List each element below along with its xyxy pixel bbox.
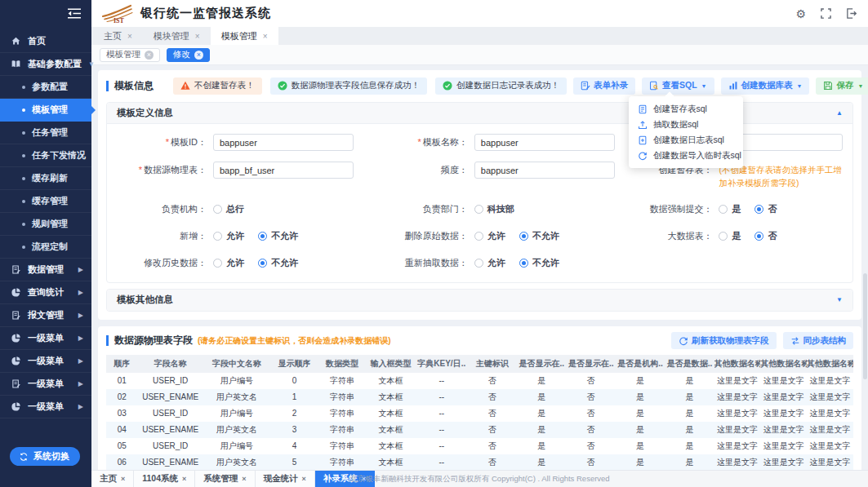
close-circle-icon[interactable]: ×	[194, 51, 203, 60]
sidebar-item-流程定制[interactable]: 流程定制	[0, 236, 91, 259]
column-header: 显示顺序	[270, 355, 318, 373]
radio-option[interactable]: 是	[719, 203, 741, 215]
频度-input[interactable]	[474, 162, 615, 179]
menu-item-创建数据日志表sql[interactable]: 创建数据日志表sql	[629, 132, 743, 148]
模板ID-input[interactable]	[213, 134, 354, 151]
menu-item-创建数据导入临时表sql[interactable]: 创建数据导入临时表sql	[629, 148, 743, 163]
sidebar-item-模板管理[interactable]: 模板管理	[0, 99, 91, 122]
tab-模板管理[interactable]: 模板管理×	[211, 27, 278, 45]
tab-主页[interactable]: 主页×	[93, 27, 143, 45]
table-cell: 2	[270, 405, 318, 422]
close-icon[interactable]: ×	[182, 475, 186, 483]
table-cell: --	[416, 373, 468, 389]
保存-button[interactable]: 保存▼	[816, 77, 868, 95]
radio-option[interactable]: 否	[754, 203, 777, 215]
sidebar-item-规则管理[interactable]: 规则管理	[0, 213, 91, 236]
刷新获取物理表字段-button[interactable]: 刷新获取物理表字段	[671, 332, 777, 349]
tab-模块管理[interactable]: 模块管理×	[143, 27, 211, 45]
table-cell: 是	[616, 422, 665, 438]
section-header-other[interactable]: 模板其他信息 ▼	[107, 290, 852, 311]
breadcrumb-chip-模板管理[interactable]: 模板管理×	[100, 48, 160, 62]
radio-option[interactable]: 是	[719, 230, 741, 242]
table-row[interactable]: 02USER_ENAME用户英文名1字符串文本框--否是否是是这里是文字这里是文…	[106, 389, 853, 405]
table-cell: 用户英文名	[203, 389, 270, 405]
table-cell: 字符串	[318, 405, 367, 422]
vertical-scrollbar[interactable]	[863, 273, 867, 379]
close-icon[interactable]: ×	[302, 475, 306, 483]
sidebar-item-缓存管理[interactable]: 缓存管理	[0, 190, 91, 213]
sidebar-item-一级菜单[interactable]: 一级菜单▶	[0, 396, 91, 418]
close-icon[interactable]: ×	[121, 475, 125, 483]
sidebar-item-查询统计[interactable]: 查询统计▶	[0, 281, 91, 304]
sidebar-item-参数配置[interactable]: 参数配置	[0, 76, 91, 99]
bottom-tab-1104系统[interactable]: 1104系统×	[134, 471, 195, 487]
refresh-icon	[679, 336, 688, 346]
fullscreen-icon[interactable]	[820, 8, 831, 20]
sidebar-item-基础参数配置[interactable]: 基础参数配置▼	[0, 53, 91, 76]
table-cell: 这里是文字	[807, 422, 853, 438]
close-circle-icon[interactable]: ×	[145, 51, 154, 60]
radio-option[interactable]: 总行	[213, 203, 244, 215]
radio-option[interactable]: 允许	[213, 230, 244, 242]
sidebar-item-报文管理[interactable]: 报文管理▶	[0, 304, 91, 327]
模板名称-input[interactable]	[474, 134, 615, 151]
table-row[interactable]: 04USER_ENAME用户英文名3字符串文本框--否是否是是这里是文字这里是文…	[106, 422, 853, 438]
bottom-tab-主页[interactable]: 主页×	[91, 471, 134, 487]
radio-option[interactable]: 不允许	[258, 230, 298, 242]
sidebar-item-一级菜单[interactable]: 一级菜单▶	[0, 373, 91, 396]
template-info-panel: 模板信息 不创建暂存表！数据源物理表字段信息保存成功！创建数据日志记录表成功！ …	[98, 70, 861, 320]
field-label: 新增：	[110, 228, 207, 242]
sidebar-item-任务管理[interactable]: 任务管理	[0, 122, 91, 144]
alert-success: 数据源物理表字段信息保存成功！	[270, 77, 428, 95]
radio-option[interactable]: 不允许	[519, 230, 559, 242]
sync-arrows-icon	[790, 336, 800, 346]
close-icon[interactable]: ×	[242, 475, 246, 483]
查看SQL-button[interactable]: 查看SQL▼	[642, 77, 714, 95]
settings-gear-icon[interactable]: ⚙	[795, 8, 806, 20]
close-icon[interactable]: ×	[195, 32, 200, 41]
radio-option[interactable]: 否	[754, 230, 777, 242]
topbar-icons: ⚙	[795, 8, 857, 20]
field-label: 模板ID：	[110, 134, 207, 148]
sidebar-item-数据管理[interactable]: 数据管理▶	[0, 259, 91, 281]
form-field-新增: 新增：允许不允许	[110, 228, 376, 244]
radio-option[interactable]: 允许	[213, 257, 244, 269]
table-cell: 1	[270, 389, 318, 405]
radio-option[interactable]: 不允许	[519, 257, 559, 269]
数据源物理表-input[interactable]	[213, 162, 354, 179]
radio-option[interactable]: 允许	[474, 257, 505, 269]
table-row[interactable]: 06USER_ENAME用户英文名5字符串文本框--否是否是是这里是文字这里是文…	[106, 454, 853, 470]
创建数据库表-button[interactable]: 创建数据库表▼	[721, 77, 810, 95]
同步表结构-button[interactable]: 同步表结构	[783, 332, 854, 349]
sidebar-item-一级菜单[interactable]: 一级菜单▶	[0, 327, 91, 350]
menu-item-抽取数据sql[interactable]: 抽取数据sql	[629, 117, 743, 132]
table-cell: 用户编号	[203, 373, 270, 389]
menu-item-创建暂存表sql[interactable]: 创建暂存表sql	[629, 101, 743, 117]
menu-fold-icon[interactable]	[68, 8, 81, 19]
bottom-tab-系统管理[interactable]: 系统管理×	[195, 471, 255, 487]
close-icon[interactable]: ×	[127, 32, 132, 41]
breadcrumb-chip-修改[interactable]: 修改×	[167, 48, 210, 62]
table-row[interactable]: 03USER_ID用户编号2字符串文本框--否是否是是这里是文字这里是文字这里是…	[106, 405, 853, 422]
sidebar-item-首页[interactable]: 首页	[0, 30, 91, 53]
table-row[interactable]: 05USER_ID用户编号4字符串文本框--否是否是是这里是文字这里是文字这里是…	[106, 438, 853, 454]
表单补录-button[interactable]: 表单补录	[573, 77, 635, 95]
radio-option[interactable]: 科技部	[474, 203, 514, 215]
radio-option[interactable]: 不允许	[258, 257, 298, 269]
sidebar-item-一级菜单[interactable]: 一级菜单▶	[0, 350, 91, 373]
table-cell: 是	[517, 389, 566, 405]
table-row[interactable]: 01USER_ID用户编号0字符串文本框--否是否是是这里是文字这里是文字这里是…	[106, 373, 853, 389]
field-label: 频度：	[376, 162, 468, 176]
sidebar-item-缓存刷新[interactable]: 缓存刷新	[0, 167, 91, 190]
table-cell: 用户编号	[203, 405, 270, 422]
close-icon[interactable]: ×	[263, 32, 268, 41]
radio-option[interactable]: 允许	[474, 230, 505, 242]
sidebar-item-任务下发情况[interactable]: 任务下发情况	[0, 144, 91, 167]
table-cell: 02	[106, 389, 137, 405]
system-switch-button[interactable]: 系统切换	[10, 447, 80, 466]
table-cell: 是	[665, 454, 714, 470]
bottom-tab-现金统计[interactable]: 现金统计×	[256, 471, 315, 487]
logout-icon[interactable]	[845, 8, 857, 20]
table-cell: 01	[106, 373, 137, 389]
table-cell: 这里是文字	[760, 389, 807, 405]
